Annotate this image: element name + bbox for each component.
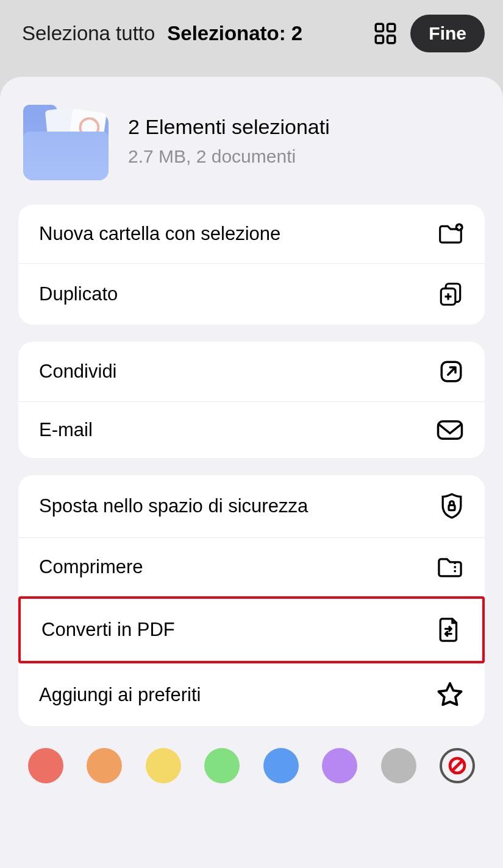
selection-top-bar: Seleziona tutto Selezionato: 2 Fine [0, 0, 503, 67]
selected-count-label: Selezionato: 2 [167, 22, 360, 45]
sheet-subtitle: 2.7 MB, 2 documenti [128, 146, 330, 167]
folder-plus-icon [437, 222, 464, 246]
favorite-row[interactable]: Aggiungi ai preferiti [18, 663, 485, 726]
svg-rect-2 [376, 36, 383, 43]
compress-label: Comprimere [39, 556, 143, 578]
svg-rect-1 [388, 24, 395, 31]
convert-pdf-label: Converti in PDF [41, 619, 175, 641]
new-folder-row[interactable]: Nuova cartella con selezione [18, 205, 485, 263]
duplicate-row[interactable]: Duplicato [18, 263, 485, 325]
folder-icon [23, 101, 109, 180]
safe-space-row[interactable]: Sposta nello spazio di sicurezza [18, 475, 485, 537]
action-group-1: Nuova cartella con selezione Duplicato [18, 205, 485, 325]
tag-color-green[interactable] [204, 748, 240, 783]
mail-icon [436, 419, 464, 441]
convert-file-icon [437, 616, 462, 644]
sheet-title: 2 Elementi selezionati [128, 115, 330, 139]
share-icon [438, 359, 464, 384]
new-folder-label: Nuova cartella con selezione [39, 223, 280, 245]
tag-color-purple[interactable] [322, 748, 357, 783]
done-button[interactable]: Fine [410, 15, 485, 52]
action-group-2: Condividi E-mail [18, 342, 485, 458]
remove-tag-icon[interactable] [440, 748, 475, 783]
tag-color-gray[interactable] [381, 748, 416, 783]
tag-color-blue[interactable] [263, 748, 299, 783]
svg-rect-8 [449, 505, 455, 510]
share-label: Condividi [39, 361, 117, 383]
compress-row[interactable]: Comprimere [18, 537, 485, 596]
safe-space-label: Sposta nello spazio di sicurezza [39, 495, 308, 517]
share-row[interactable]: Condividi [18, 342, 485, 401]
email-label: E-mail [39, 419, 93, 441]
svg-rect-0 [376, 24, 383, 31]
tag-colors-row [18, 743, 485, 789]
svg-rect-7 [438, 422, 462, 439]
shield-lock-icon [440, 492, 464, 520]
tag-color-orange[interactable] [87, 748, 122, 783]
convert-pdf-row[interactable]: Converti in PDF [18, 596, 485, 663]
archive-icon [436, 555, 464, 579]
action-sheet: 2 Elementi selezionati 2.7 MB, 2 documen… [0, 77, 503, 868]
grid-view-icon[interactable] [373, 21, 398, 46]
action-group-3: Sposta nello spazio di sicurezza Comprim… [18, 475, 485, 726]
duplicate-label: Duplicato [39, 283, 118, 305]
select-all-button[interactable]: Seleziona tutto [22, 22, 155, 45]
favorite-label: Aggiungi ai preferiti [39, 684, 201, 706]
star-icon [436, 681, 464, 709]
sheet-header: 2 Elementi selezionati 2.7 MB, 2 documen… [18, 101, 485, 180]
tag-color-red[interactable] [28, 748, 63, 783]
duplicate-icon [437, 281, 464, 308]
email-row[interactable]: E-mail [18, 401, 485, 458]
svg-rect-3 [388, 36, 395, 43]
tag-color-yellow[interactable] [146, 748, 181, 783]
